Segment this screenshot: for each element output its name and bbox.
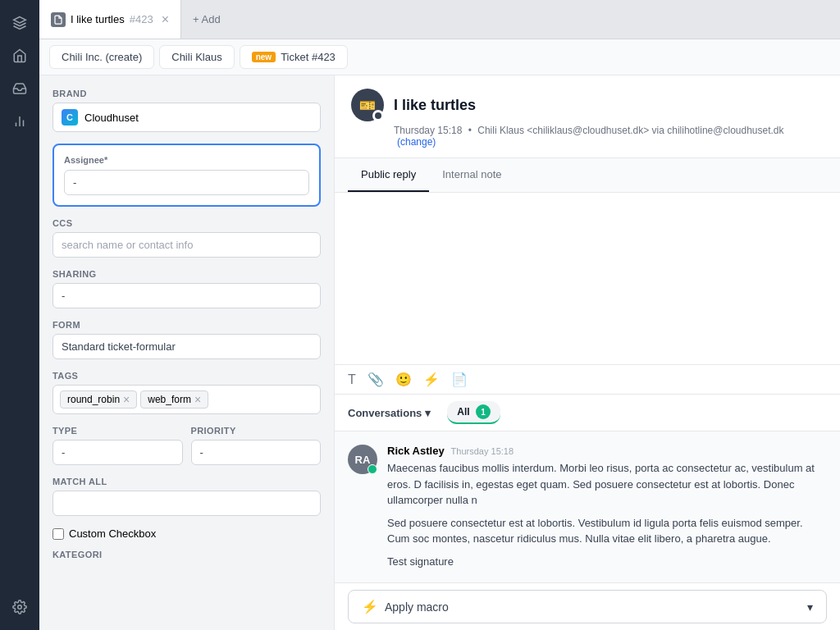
sub-tab-chili-inc[interactable]: Chili Inc. (create) [49,45,154,69]
tab-subtitle: #423 [130,13,153,25]
custom-checkbox-row: Custom Checkbox [52,527,321,540]
tag-round-robin: round_robin × [60,390,137,409]
conv-title-row: 🎫 I like turtles [351,89,824,121]
avatar: RA [348,445,377,474]
custom-checkbox[interactable] [52,528,64,540]
left-panel: Brand C Cloudhuset Assignee* CCs Sharing [39,75,335,630]
message-sender: Rick Astley [387,445,445,457]
ccs-field-group: CCs [52,218,321,258]
change-link[interactable]: (change) [397,136,436,148]
toolbar-emoji-icon[interactable]: 🙂 [395,372,412,387]
nav-logo [7,10,33,36]
dropdown-chevron-icon: ▾ [425,407,431,419]
type-label: Type [52,426,183,436]
tags-field-group: Tags round_robin × web_form × [52,371,321,414]
priority-field-group: Priority [191,426,322,465]
tab-close-button[interactable]: × [162,12,169,27]
assignee-label: Assignee* [64,155,309,165]
toolbar-lightning-icon[interactable]: ⚡ [423,372,440,387]
kategori-field-group: Kategori [52,550,321,559]
panels: Brand C Cloudhuset Assignee* CCs Sharing [39,75,840,630]
type-priority-row: Type Priority [52,426,321,477]
custom-checkbox-label: Custom Checkbox [69,527,156,540]
active-tab[interactable]: I like turtles #423 × [39,0,181,39]
message-text-1: Maecenas faucibus mollis interdum. Morbi… [387,460,827,509]
conversations-dropdown[interactable]: Conversations ▾ [348,407,431,419]
tag-round-robin-remove[interactable]: × [123,393,130,406]
tags-container[interactable]: round_robin × web_form × [52,385,321,414]
message-body: Rick Astley Thursday 15:18 Maecenas fauc… [387,445,827,569]
bolt-icon: ⚡ [362,599,378,614]
message-signature: Test signature [387,554,827,570]
all-count-badge: 1 [476,404,491,419]
table-row: RA Rick Astley Thursday 15:18 Maecenas f… [348,445,827,569]
conversation-header: 🎫 I like turtles Thursday 15:18 • Chili … [335,75,840,158]
brand-field[interactable]: C Cloudhuset [52,103,321,132]
tag-web-form-remove[interactable]: × [194,393,201,406]
add-tab-button[interactable]: + Add [181,13,232,25]
toolbar-template-icon[interactable]: 📄 [451,372,468,387]
priority-label: Priority [191,426,322,436]
macro-label: Apply macro [385,600,449,614]
macro-button-left: ⚡ Apply macro [362,599,449,614]
reply-tabs: Public reply Internal note [335,158,840,193]
tab-internal-note[interactable]: Internal note [429,158,514,192]
message-time: Thursday 15:18 [451,446,514,456]
sidebar-item-settings[interactable] [7,594,33,620]
assignee-input[interactable] [64,170,309,195]
message-text-2: Sed posuere consectetur est at lobortis.… [387,515,827,547]
sub-tab-chili-klaus[interactable]: Chili Klaus [159,45,234,69]
avatar-online-badge [368,464,377,474]
sharing-field-group: Sharing [52,269,321,308]
sub-tab-ticket[interactable]: new Ticket #423 [240,45,348,69]
conv-avatar: 🎫 [351,89,384,121]
apply-macro-button[interactable]: ⚡ Apply macro ▾ [348,590,827,623]
toolbar-text-icon[interactable]: T [348,372,356,387]
tab-icon [51,12,66,27]
tab-bar: I like turtles #423 × + Add [39,0,840,39]
filter-tab-all[interactable]: All 1 [447,401,500,424]
svg-point-4 [375,112,381,119]
macro-chevron-icon: ▾ [807,600,813,614]
conv-list-header: Conversations ▾ All 1 [335,395,840,431]
form-input[interactable] [52,334,321,359]
match-all-field-group: Match all [52,477,321,516]
brand-field-group: Brand C Cloudhuset [52,89,321,132]
sidebar-item-home[interactable] [7,43,33,69]
tag-web-form: web_form × [140,390,208,409]
sub-tab-bar: Chili Inc. (create) Chili Klaus new Tick… [39,39,840,75]
ccs-label: CCs [52,218,321,228]
sidebar-item-reports[interactable] [7,108,33,135]
brand-logo: C [62,109,78,126]
message-header: Rick Astley Thursday 15:18 [387,445,827,457]
type-field-group: Type [52,426,183,465]
tab-public-reply[interactable]: Public reply [348,158,429,192]
conversation-meta: Thursday 15:18 • Chili Klaus <chiliklaus… [394,125,824,148]
right-panel: 🎫 I like turtles Thursday 15:18 • Chili … [335,75,840,630]
assignee-box: Assignee* [52,144,321,207]
sharing-label: Sharing [52,269,321,279]
sharing-input[interactable] [52,283,321,308]
reply-area: Public reply Internal note T 📎 🙂 ⚡ 📄 [335,158,840,394]
messages-area: RA Rick Astley Thursday 15:18 Maecenas f… [335,431,840,582]
brand-value: Cloudhuset [84,112,139,124]
ccs-input[interactable] [52,232,321,258]
type-input[interactable] [52,440,183,465]
toolbar-attach-icon[interactable]: 📎 [368,372,384,387]
sidebar-item-inbox[interactable] [7,75,33,102]
reply-editor[interactable] [335,193,840,364]
kategori-label: Kategori [52,550,321,559]
new-badge: new [252,52,276,62]
avatar-badge [372,110,384,121]
brand-label: Brand [52,89,321,98]
form-label: Form [52,320,321,330]
priority-input[interactable] [191,440,322,465]
reply-toolbar: T 📎 🙂 ⚡ 📄 [335,364,840,394]
svg-point-3 [18,605,22,609]
filter-tabs: All 1 [447,401,500,424]
match-all-input[interactable] [52,491,321,516]
match-all-label: Match all [52,477,321,486]
main-content: I like turtles #423 × + Add Chili Inc. (… [39,0,840,630]
navigation-sidebar [0,0,39,630]
macro-bar: ⚡ Apply macro ▾ [335,582,840,630]
